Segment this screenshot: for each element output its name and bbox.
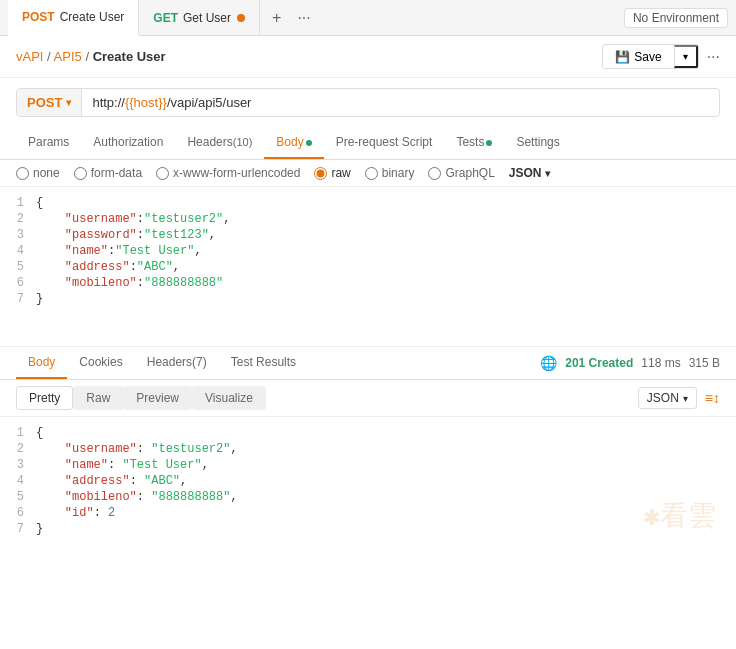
resp-linenum-4: 4	[0, 474, 36, 488]
resp-json-selector[interactable]: JSON ▾	[638, 387, 697, 409]
resp-line-6: 6 "id": 2	[0, 505, 736, 521]
resp-line-4: 4 "address": "ABC",	[0, 473, 736, 489]
resp-code-5: "mobileno": "888888888",	[36, 490, 736, 504]
tab-post-create-user[interactable]: POST Create User	[8, 0, 139, 36]
tab-params[interactable]: Params	[16, 127, 81, 159]
tab-label-create-user: Create User	[60, 10, 125, 24]
response-body: 1 { 2 "username": "testuser2", 3 "name":…	[0, 417, 736, 545]
format-raw-radio[interactable]	[314, 167, 327, 180]
method-value: POST	[27, 95, 62, 110]
method-selector[interactable]: POST ▾	[17, 89, 82, 116]
breadcrumb: vAPI / API5 / Create User	[16, 49, 602, 64]
req-linenum-3: 3	[0, 228, 36, 242]
save-dropdown-arrow[interactable]: ▾	[674, 45, 698, 68]
req-linenum-2: 2	[0, 212, 36, 226]
json-type-selector[interactable]: JSON ▾	[509, 166, 550, 180]
resp-filter-icon[interactable]: ≡↕	[705, 390, 720, 406]
tab-pre-request-script[interactable]: Pre-request Script	[324, 127, 445, 159]
req-code-6: "mobileno":"888888888"	[36, 276, 736, 290]
resp-code-2: "username": "testuser2",	[36, 442, 736, 456]
method-label-post: POST	[22, 10, 55, 24]
resp-raw-btn[interactable]: Raw	[73, 386, 123, 410]
resp-linenum-5: 5	[0, 490, 36, 504]
toolbar-more-button[interactable]: ···	[707, 48, 720, 66]
headers-badge: (10)	[233, 136, 253, 148]
format-raw-label: raw	[331, 166, 350, 180]
tab-headers[interactable]: Headers(10)	[175, 127, 264, 159]
method-label-get: GET	[153, 11, 178, 25]
format-binary-radio[interactable]	[365, 167, 378, 180]
format-urlencoded-radio[interactable]	[156, 167, 169, 180]
resp-tab-test-results[interactable]: Test Results	[219, 347, 308, 379]
status-badge: 201 Created	[565, 356, 633, 370]
resp-headers-badge: (7)	[192, 355, 207, 369]
resp-visualize-btn[interactable]: Visualize	[192, 386, 266, 410]
tab-get-user[interactable]: GET Get User	[139, 0, 260, 36]
resp-code-4: "address": "ABC",	[36, 474, 736, 488]
breadcrumb-api5[interactable]: API5	[54, 49, 82, 64]
format-form-data-label: form-data	[91, 166, 142, 180]
breadcrumb-current: Create User	[93, 49, 166, 64]
req-code-1: {	[36, 196, 736, 210]
format-binary[interactable]: binary	[365, 166, 415, 180]
resp-tab-cookies[interactable]: Cookies	[67, 347, 134, 379]
request-body-editor[interactable]: 1 { 2 "username":"testuser2", 3 "passwor…	[0, 187, 736, 347]
environment-selector[interactable]: No Environment	[624, 8, 728, 28]
format-graphql-radio[interactable]	[428, 167, 441, 180]
req-code-7: }	[36, 292, 736, 306]
response-status-bar: 🌐 201 Created 118 ms 315 B	[540, 355, 720, 371]
response-time: 118 ms	[641, 356, 680, 370]
req-linenum-6: 6	[0, 276, 36, 290]
tab-body[interactable]: Body	[264, 127, 323, 159]
req-linenum-4: 4	[0, 244, 36, 258]
format-form-data-radio[interactable]	[74, 167, 87, 180]
resp-json-label: JSON	[647, 391, 679, 405]
resp-linenum-6: 6	[0, 506, 36, 520]
json-dropdown-icon: ▾	[545, 168, 550, 179]
req-code-4: "name":"Test User",	[36, 244, 736, 258]
url-path: /vapi/api5/user	[167, 95, 252, 110]
req-linenum-1: 1	[0, 196, 36, 210]
resp-line-5: 5 "mobileno": "888888888",	[0, 489, 736, 505]
tab-settings[interactable]: Settings	[504, 127, 571, 159]
tab-label-get-user: Get User	[183, 11, 231, 25]
tab-authorization[interactable]: Authorization	[81, 127, 175, 159]
request-tabs: Params Authorization Headers(10) Body Pr…	[0, 127, 736, 160]
req-line-3: 3 "password":"test123",	[0, 227, 736, 243]
tab-actions: + ···	[268, 7, 315, 29]
url-input[interactable]: http://{{host}}/vapi/api5/user	[82, 89, 719, 116]
format-form-data[interactable]: form-data	[74, 166, 142, 180]
save-button[interactable]: 💾Save	[603, 46, 673, 68]
format-none-label: none	[33, 166, 60, 180]
tab-more-button[interactable]: ···	[293, 7, 314, 29]
format-binary-label: binary	[382, 166, 415, 180]
resp-tab-body[interactable]: Body	[16, 347, 67, 379]
format-graphql-label: GraphQL	[445, 166, 494, 180]
resp-pretty-btn[interactable]: Pretty	[16, 386, 73, 410]
format-urlencoded[interactable]: x-www-form-urlencoded	[156, 166, 300, 180]
req-line-6: 6 "mobileno":"888888888"	[0, 275, 736, 291]
format-raw[interactable]: raw	[314, 166, 350, 180]
response-size: 315 B	[689, 356, 720, 370]
resp-preview-btn[interactable]: Preview	[123, 386, 192, 410]
format-urlencoded-label: x-www-form-urlencoded	[173, 166, 300, 180]
breadcrumb-sep2: /	[85, 49, 92, 64]
resp-code-6: "id": 2	[36, 506, 736, 520]
format-bar: none form-data x-www-form-urlencoded raw…	[0, 160, 736, 187]
format-graphql[interactable]: GraphQL	[428, 166, 494, 180]
req-code-2: "username":"testuser2",	[36, 212, 736, 226]
new-tab-button[interactable]: +	[268, 7, 285, 29]
resp-linenum-2: 2	[0, 442, 36, 456]
tab-tests[interactable]: Tests	[444, 127, 504, 159]
req-line-1: 1 {	[0, 195, 736, 211]
breadcrumb-vapi[interactable]: vAPI	[16, 49, 43, 64]
req-line-5: 5 "address":"ABC",	[0, 259, 736, 275]
url-host: {{host}}	[125, 95, 167, 110]
format-none[interactable]: none	[16, 166, 60, 180]
save-button-group[interactable]: 💾Save ▾	[602, 44, 698, 69]
resp-linenum-3: 3	[0, 458, 36, 472]
req-code-5: "address":"ABC",	[36, 260, 736, 274]
json-type-label: JSON	[509, 166, 542, 180]
format-none-radio[interactable]	[16, 167, 29, 180]
resp-tab-headers[interactable]: Headers(7)	[135, 347, 219, 379]
